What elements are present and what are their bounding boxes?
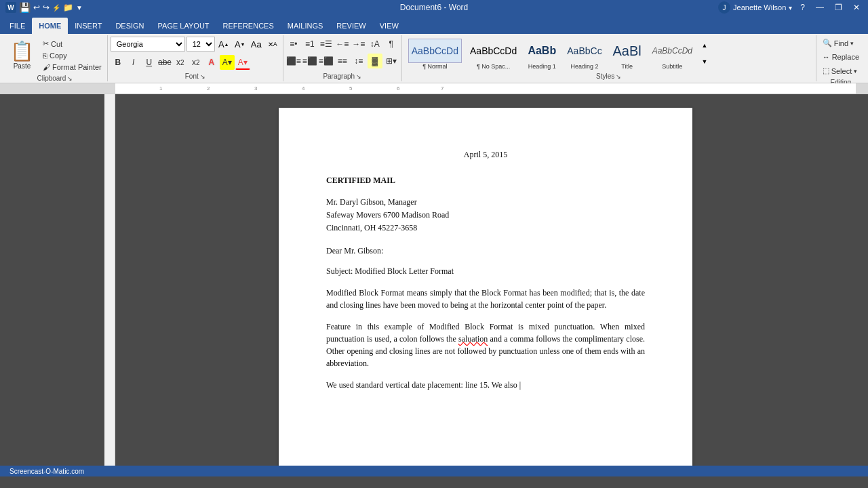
quick-access-undo[interactable]: ↩ <box>33 3 40 12</box>
window-title: Document6 - Word <box>400 3 468 12</box>
tab-mailings[interactable]: MAILINGS <box>281 18 330 34</box>
clear-formatting-btn[interactable]: ✕A <box>265 37 280 52</box>
ribbon: 📋 Paste ✂ Cut ⎘ Copy 🖌 Format Painter <box>0 34 868 83</box>
style-heading2-label: Heading 2 <box>570 63 598 70</box>
align-left-btn[interactable]: ⬛≡ <box>286 54 301 68</box>
style-no-spacing[interactable]: AaBbCcDd ¶ No Spac... <box>467 37 520 71</box>
restore-btn[interactable]: ❐ <box>832 3 845 12</box>
align-center-btn[interactable]: ≡⬛ <box>302 54 317 68</box>
line-spacing-btn[interactable]: ↕≡ <box>351 54 366 68</box>
styles-scroll-up[interactable]: ▲ <box>697 38 712 53</box>
style-subtitle[interactable]: AaBbCcDd Subtitle <box>649 37 696 71</box>
font-size-select[interactable]: 12 <box>186 37 215 52</box>
document[interactable]: April 5, 2015 CERTIFIED MAIL Mr. Daryl G… <box>279 108 692 466</box>
strikethrough-btn[interactable]: abc <box>157 55 172 70</box>
replace-button[interactable]: ↔ Replace <box>819 51 863 63</box>
clipboard-label: Clipboard ↘ <box>5 73 104 82</box>
close-btn[interactable]: ✕ <box>850 3 863 12</box>
align-buttons-row: ⬛≡ ≡⬛ ≡⬛ ≡≡ ↕≡ ▓ ⊞▾ <box>286 54 399 68</box>
list-buttons-row: ≡• ≡1 ≡☰ ←≡ →≡ ↕A ¶ <box>286 37 399 52</box>
paste-label: Paste <box>14 62 31 70</box>
clipboard-small-buttons: ✂ Cut ⎘ Copy 🖌 Format Painter <box>40 37 104 73</box>
quick-access-save[interactable]: 💾 <box>19 2 31 13</box>
border-btn[interactable]: ⊞▾ <box>384 54 399 68</box>
style-heading1[interactable]: AaBb Heading 1 <box>521 37 562 71</box>
decrease-indent-btn[interactable]: ←≡ <box>335 37 350 52</box>
tab-review[interactable]: REVIEW <box>330 18 372 34</box>
font-color-btn[interactable]: A▾ <box>235 55 250 70</box>
copy-button[interactable]: ⎘ Copy <box>40 50 104 61</box>
select-icon: ⬚ <box>823 66 829 75</box>
cut-icon: ✂ <box>43 39 49 48</box>
numbered-list-btn[interactable]: ≡1 <box>302 37 317 52</box>
minimize-btn[interactable]: — <box>813 3 827 12</box>
style-no-spacing-preview: AaBbCcDd <box>470 39 517 63</box>
tab-view[interactable]: VIEW <box>373 18 406 34</box>
tab-page-layout[interactable]: PAGE LAYOUT <box>151 18 216 34</box>
underline-btn[interactable]: U <box>142 55 157 70</box>
text-highlight-btn[interactable]: A▾ <box>220 55 235 70</box>
style-normal[interactable]: AaBbCcDd ¶ Normal <box>405 37 465 71</box>
doc-scroll-area[interactable]: April 5, 2015 CERTIFIED MAIL Mr. Daryl G… <box>115 94 856 466</box>
superscript-btn[interactable]: x2 <box>189 55 203 70</box>
bullet-list-btn[interactable]: ≡• <box>286 37 301 52</box>
italic-btn[interactable]: I <box>126 55 141 70</box>
title-bar: W 💾 ↩ ↪ ⚡ 📁 ▼ Document6 - Word J Jeanett… <box>0 0 868 15</box>
style-heading1-label: Heading 1 <box>528 63 556 70</box>
style-subtitle-preview: AaBbCcDd <box>652 39 692 63</box>
doc-subject: Subject: Modified Block Letter Format <box>326 265 645 277</box>
user-name: Jeanette Wilson <box>733 3 786 12</box>
quick-access-custom[interactable]: ⚡ <box>52 4 60 12</box>
help-btn[interactable]: ? <box>797 3 808 12</box>
style-title[interactable]: AaBl Title <box>607 37 648 71</box>
justify-btn[interactable]: ≡≡ <box>335 54 350 68</box>
select-button[interactable]: ⬚ Select ▾ <box>819 64 861 77</box>
tab-home[interactable]: HOME <box>32 18 68 34</box>
subscript-btn[interactable]: x2 <box>173 55 188 70</box>
format-painter-button[interactable]: 🖌 Format Painter <box>40 62 104 73</box>
bold-btn[interactable]: B <box>111 55 125 70</box>
doc-paragraph-2: Feature in this example of Modified Bloc… <box>326 321 645 369</box>
text-effects-btn[interactable]: A <box>204 55 219 70</box>
styles-scroll-buttons: ▲ ▼ ⊞ <box>697 37 712 71</box>
multilevel-list-btn[interactable]: ≡☰ <box>319 37 334 52</box>
quick-access-redo[interactable]: ↪ <box>43 3 50 12</box>
styles-expand-icon[interactable]: ↘ <box>616 73 621 80</box>
ruler-mark-7: 7 <box>441 85 443 92</box>
text-cursor <box>519 380 521 390</box>
paste-button[interactable]: 📋 Paste <box>5 37 39 73</box>
ruler-mark-6: 6 <box>397 85 399 92</box>
paragraph-expand-icon[interactable]: ↘ <box>356 73 361 80</box>
sort-btn[interactable]: ↕A <box>368 37 382 52</box>
align-right-btn[interactable]: ≡⬛ <box>319 54 334 68</box>
user-dropdown-icon[interactable]: ▾ <box>789 4 792 12</box>
change-case-btn[interactable]: Aa <box>249 37 264 52</box>
show-hide-btn[interactable]: ¶ <box>384 37 399 52</box>
clipboard-group: 📋 Paste ✂ Cut ⎘ Copy 🖌 Format Painter <box>3 35 108 81</box>
styles-scroll-down[interactable]: ▼ <box>697 54 712 69</box>
style-title-preview: AaBl <box>613 39 642 63</box>
font-shrink-btn[interactable]: A▼ <box>233 37 248 52</box>
ruler-right-margin <box>856 83 868 94</box>
find-dropdown[interactable]: ▾ <box>850 40 854 47</box>
shading-btn[interactable]: ▓ <box>368 54 382 68</box>
font-grow-btn[interactable]: A▲ <box>216 37 231 52</box>
find-button[interactable]: 🔍 Find ▾ <box>819 37 857 49</box>
select-dropdown[interactable]: ▾ <box>854 68 857 75</box>
increase-indent-btn[interactable]: →≡ <box>351 37 366 52</box>
user-area[interactable]: J Jeanette Wilson ▾ <box>718 1 792 14</box>
tab-insert[interactable]: INSERT <box>68 18 108 34</box>
tab-design[interactable]: DESIGN <box>108 18 151 34</box>
clipboard-expand-icon[interactable]: ↘ <box>67 75 73 82</box>
quick-access-more[interactable]: ▼ <box>76 4 83 12</box>
tab-references[interactable]: REFERENCES <box>216 18 281 34</box>
style-normal-preview: AaBbCcDd <box>408 39 462 63</box>
paragraph-label: Paragraph ↘ <box>286 71 399 80</box>
font-expand-icon[interactable]: ↘ <box>200 73 205 80</box>
font-name-select[interactable]: Georgia <box>111 37 185 52</box>
style-heading2[interactable]: AaBbCc Heading 2 <box>564 37 605 71</box>
tab-file[interactable]: FILE <box>3 18 32 34</box>
left-panel <box>0 94 115 466</box>
quick-access-open[interactable]: 📁 <box>63 3 73 12</box>
cut-button[interactable]: ✂ Cut <box>40 38 104 49</box>
